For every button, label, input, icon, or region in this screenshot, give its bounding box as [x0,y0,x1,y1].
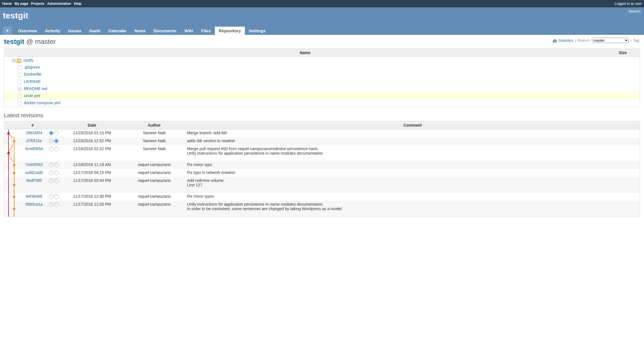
col-comment: Comment [185,121,640,129]
revision-author: raquel-campuzano [123,177,185,193]
diff-to-radio[interactable] [54,139,59,143]
diff-from-radio[interactable] [49,139,54,143]
project-link[interactable]: testgit [4,38,24,45]
nav-my-page[interactable]: My page [14,2,28,6]
entry-size [606,71,640,78]
revision-link[interactable]: 8ef36468 [26,194,42,199]
tab-activity[interactable]: Activity [41,27,64,35]
entry-link[interactable]: rootfs [23,58,33,63]
entry-link[interactable]: README.md [24,86,47,91]
diff-from-radio[interactable] [49,163,54,167]
branch-name: master [35,38,56,45]
entry-row: docker-compose.yml [4,99,640,107]
diff-to-radio[interactable] [54,131,59,135]
graph-cell [4,169,22,177]
svg-point-1 [7,132,10,135]
tab-settings[interactable]: Settings [245,27,269,35]
file-icon [18,65,22,70]
entry-row: Dockerfile [4,71,640,78]
entry-size [606,85,640,92]
revision-link[interactable]: 288245f4 [26,131,42,135]
revision-row: aa8b2ad911/17/2016 04:15 PMraquel-campuz… [4,169,640,177]
entry-link[interactable]: docker-compose.yml [24,101,60,105]
revision-comment: Merge pull request #50 from raquel-campu… [185,145,640,161]
col-name: Name [4,49,606,57]
graph-cell [4,145,22,161]
text-icon [18,87,22,91]
revision-date: 11/23/2016 12:52 PM [61,137,123,145]
revision-comment: adds tldr section to readme [185,137,640,145]
revision-link[interactable]: 9c4d0b5d [25,146,43,151]
revision-row: d7f0f15e11/23/2016 12:52 PMSameer Naikad… [4,137,640,145]
main-menu: +OverviewActivityIssuesGanttCalendarNews… [3,27,641,35]
file-icon [18,101,22,106]
diff-to-radio[interactable] [54,171,59,175]
nav-projects[interactable]: Projects [31,2,44,6]
revision-comment: Fix typo in network creation [185,169,640,177]
entry-row: + rootfs [4,57,640,64]
expander-icon[interactable]: + [12,59,16,62]
diff-from-radio[interactable] [49,147,54,151]
tab-wiki[interactable]: Wiki [181,27,197,35]
tab-documents[interactable]: Documents [149,27,181,35]
diff-to-radio[interactable] [54,178,59,183]
revision-row: 288245f411/23/2016 01:15 PMSameer NaikMe… [4,129,640,137]
entry-size [606,57,640,64]
quick-search: Search: [628,9,641,13]
diff-to-radio[interactable] [54,163,59,167]
entry-size [606,99,640,107]
col-date: Date [61,121,123,129]
new-object-button[interactable]: + [3,27,12,35]
revision-date: 11/17/2016 04:15 PM [61,169,123,177]
revision-link[interactable]: 7ed45563 [25,162,43,167]
tab-calendar[interactable]: Calendar [104,27,130,35]
col-size: Size [606,49,640,57]
revision-date: 11/17/2016 12:05 PM [61,201,123,217]
separator: | [575,38,576,42]
nav-administration[interactable]: Administration [47,2,71,6]
branch-label: Branch: [577,38,590,42]
tab-files[interactable]: Files [197,27,215,35]
tab-repository[interactable]: Repository [215,27,245,35]
nav-help[interactable]: Help [74,2,81,6]
svg-point-19 [13,196,15,198]
revision-author: Sameer Naik [123,129,185,137]
diff-from-radio[interactable] [49,178,54,183]
tab-news[interactable]: News [130,27,149,35]
diff-from-radio[interactable] [49,194,54,199]
branch-select[interactable]: master [592,38,629,43]
tab-issues[interactable]: Issues [64,27,85,35]
diff-to-radio[interactable] [54,202,59,207]
folder-icon [17,59,21,63]
revision-row: 3585ca1a11/17/2016 12:05 PMraquel-campuz… [4,201,640,217]
entry-link[interactable]: Dockerfile [24,72,41,76]
entry-link[interactable]: LICENSE [24,79,41,84]
revision-comment: Fix minor typo [185,161,640,169]
statistics-link[interactable]: Statistics [559,38,573,42]
nav-home[interactable]: Home [2,2,12,6]
svg-point-10 [13,164,15,166]
entry-link[interactable]: .gitignore [24,65,40,69]
stats-icon [553,39,557,42]
top-menu: Home My page Projects Administration Hel… [0,0,644,7]
diff-from-radio[interactable] [49,202,54,207]
revision-author: Sameer Naik [123,145,185,161]
revision-link[interactable]: aa8b2ad9 [25,170,43,175]
graph-cell [4,193,22,201]
diff-to-radio[interactable] [54,147,59,151]
content: Statistics | Branch: master | Tag: testg… [0,35,644,220]
diff-from-radio[interactable] [49,171,54,175]
col-hash: # [4,121,61,129]
entry-link[interactable]: circle.yml [24,93,40,98]
graph-cell [4,129,22,137]
revision-link[interactable]: d7f0f15e [26,139,42,143]
tab-gantt[interactable]: Gantt [85,27,104,35]
diff-from-radio[interactable] [49,131,54,135]
revision-date: 11/18/2016 11:18 AM [61,161,123,169]
revision-link[interactable]: 3585ca1a [25,202,43,206]
top-menu-left: Home My page Projects Administration Hel… [2,2,81,6]
tab-overview[interactable]: Overview [14,27,41,35]
revision-comment: Merge branch 'add-tldr' [185,129,640,137]
revision-link[interactable]: 8edf786f [26,178,42,183]
diff-to-radio[interactable] [54,194,59,199]
